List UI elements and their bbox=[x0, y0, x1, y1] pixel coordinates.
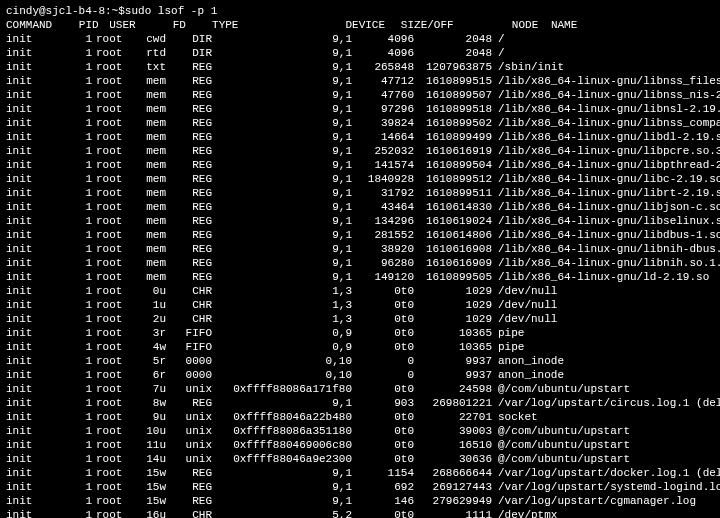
cell-size: 0t0 bbox=[352, 438, 414, 452]
cell-node: 22701 bbox=[414, 410, 492, 424]
cell-user: root bbox=[92, 116, 132, 130]
cell-device: 5,2 bbox=[212, 508, 352, 518]
cell-fd: mem bbox=[132, 172, 166, 186]
cell-node: 39003 bbox=[414, 424, 492, 438]
cell-command: init bbox=[6, 368, 64, 382]
cell-type: REG bbox=[166, 158, 212, 172]
cell-type: 0000 bbox=[166, 368, 212, 382]
cell-fd: 16u bbox=[132, 508, 166, 518]
table-row: init1rootmemREG9,118409281610899512/lib/… bbox=[6, 172, 714, 186]
cell-fd: rtd bbox=[132, 46, 166, 60]
terminal[interactable]: cindy@sjcl-b4-8:~$ sudo lsof -p 1 COMMAN… bbox=[0, 0, 720, 518]
cell-type: REG bbox=[166, 242, 212, 256]
cell-device: 9,1 bbox=[212, 228, 352, 242]
cell-pid: 1 bbox=[64, 88, 92, 102]
cell-type: REG bbox=[166, 494, 212, 508]
cell-fd: 2u bbox=[132, 312, 166, 326]
cell-size: 47712 bbox=[352, 74, 414, 88]
cell-pid: 1 bbox=[64, 466, 92, 480]
cell-user: root bbox=[92, 410, 132, 424]
cell-user: root bbox=[92, 144, 132, 158]
cell-fd: mem bbox=[132, 200, 166, 214]
cell-node: 1610616908 bbox=[414, 242, 492, 256]
hdr-pid: PID bbox=[71, 18, 99, 32]
cell-pid: 1 bbox=[64, 424, 92, 438]
cell-pid: 1 bbox=[64, 74, 92, 88]
cell-pid: 1 bbox=[64, 144, 92, 158]
cell-node: 24598 bbox=[414, 382, 492, 396]
table-row: init1root1uCHR1,30t01029/dev/null bbox=[6, 298, 714, 312]
cell-size: 0t0 bbox=[352, 424, 414, 438]
cell-fd: txt bbox=[132, 60, 166, 74]
table-row: init1rootmemREG9,1317921610899511/lib/x8… bbox=[6, 186, 714, 200]
cell-name: /lib/x86_64-linux-gnu/libnss_files-2.19.… bbox=[492, 74, 720, 88]
cell-pid: 1 bbox=[64, 130, 92, 144]
cell-name: @/com/ubuntu/upstart bbox=[492, 424, 630, 438]
cell-name: /lib/x86_64-linux-gnu/libdbus-1.so.3.7.6 bbox=[492, 228, 720, 242]
cell-type: unix bbox=[166, 382, 212, 396]
cell-node: 1610899511 bbox=[414, 186, 492, 200]
cell-command: init bbox=[6, 200, 64, 214]
cell-size: 146 bbox=[352, 494, 414, 508]
table-row: init1root10uunix0xffff88086a3511800t0390… bbox=[6, 424, 714, 438]
cell-user: root bbox=[92, 438, 132, 452]
cell-command: init bbox=[6, 312, 64, 326]
cell-name: /lib/x86_64-linux-gnu/libc-2.19.so bbox=[492, 172, 720, 186]
cell-command: init bbox=[6, 466, 64, 480]
cell-fd: 7u bbox=[132, 382, 166, 396]
cell-device: 0,10 bbox=[212, 354, 352, 368]
cell-pid: 1 bbox=[64, 158, 92, 172]
cell-user: root bbox=[92, 508, 132, 518]
cell-fd: 10u bbox=[132, 424, 166, 438]
cell-user: root bbox=[92, 60, 132, 74]
table-row: init1root11uunix0xffff880469006c800t0165… bbox=[6, 438, 714, 452]
cell-user: root bbox=[92, 88, 132, 102]
cell-command: init bbox=[6, 508, 64, 518]
table-row: init1root0uCHR1,30t01029/dev/null bbox=[6, 284, 714, 298]
cell-device: 0xffff880469006c80 bbox=[212, 438, 352, 452]
cell-command: init bbox=[6, 130, 64, 144]
cell-pid: 1 bbox=[64, 340, 92, 354]
cell-fd: 0u bbox=[132, 284, 166, 298]
cell-command: init bbox=[6, 382, 64, 396]
cell-user: root bbox=[92, 326, 132, 340]
cell-user: root bbox=[92, 74, 132, 88]
cell-command: init bbox=[6, 172, 64, 186]
cell-type: REG bbox=[166, 214, 212, 228]
cell-name: /dev/null bbox=[492, 312, 557, 326]
cell-size: 0t0 bbox=[352, 326, 414, 340]
table-row: init1root7uunix0xffff88086a171f800t02459… bbox=[6, 382, 714, 396]
cell-size: 14664 bbox=[352, 130, 414, 144]
cell-pid: 1 bbox=[64, 298, 92, 312]
cell-size: 39824 bbox=[352, 116, 414, 130]
cell-pid: 1 bbox=[64, 368, 92, 382]
cell-fd: 6r bbox=[132, 368, 166, 382]
cell-device: 1,3 bbox=[212, 284, 352, 298]
cell-device: 9,1 bbox=[212, 172, 352, 186]
cell-command: init bbox=[6, 186, 64, 200]
cell-node: 279629949 bbox=[414, 494, 492, 508]
cell-type: REG bbox=[166, 60, 212, 74]
cell-size: 0t0 bbox=[352, 508, 414, 518]
table-row: init1rootmemREG9,1146641610899499/lib/x8… bbox=[6, 130, 714, 144]
cell-size: 0t0 bbox=[352, 312, 414, 326]
cell-user: root bbox=[92, 480, 132, 494]
table-row: init1rootmemREG9,1972961610899518/lib/x8… bbox=[6, 102, 714, 116]
cell-size: 1840928 bbox=[352, 172, 414, 186]
cell-fd: cwd bbox=[132, 32, 166, 46]
cell-type: REG bbox=[166, 466, 212, 480]
cell-type: REG bbox=[166, 270, 212, 284]
cell-command: init bbox=[6, 88, 64, 102]
cell-name: anon_inode bbox=[492, 368, 564, 382]
cell-name: / bbox=[492, 32, 505, 46]
cell-fd: mem bbox=[132, 214, 166, 228]
cell-type: REG bbox=[166, 102, 212, 116]
cell-pid: 1 bbox=[64, 46, 92, 60]
cell-type: REG bbox=[166, 74, 212, 88]
cell-pid: 1 bbox=[64, 214, 92, 228]
cell-device: 0xffff88086a351180 bbox=[212, 424, 352, 438]
hdr-fd: FD bbox=[152, 18, 186, 32]
cell-node: 1029 bbox=[414, 284, 492, 298]
cell-pid: 1 bbox=[64, 228, 92, 242]
cell-node: 1610614830 bbox=[414, 200, 492, 214]
